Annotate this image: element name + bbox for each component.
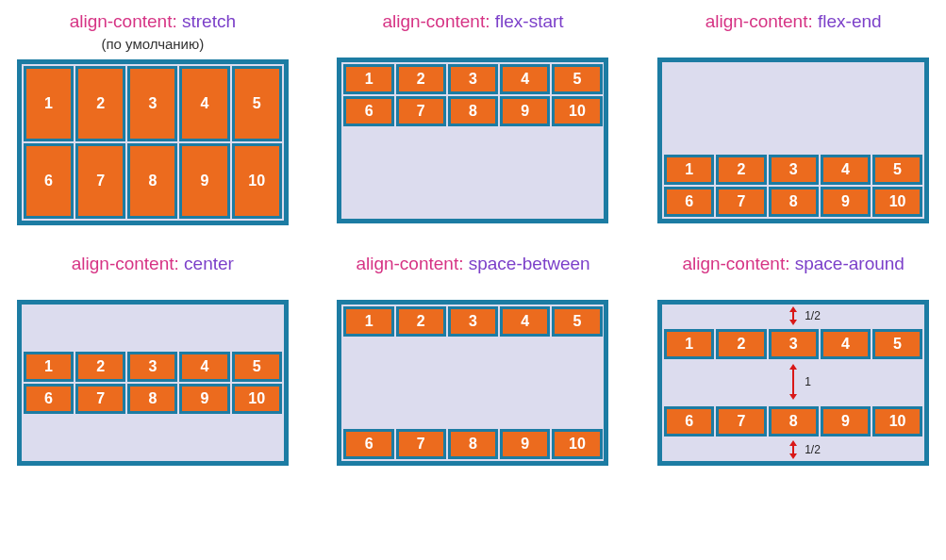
flex-item: 5: [232, 66, 282, 141]
title: align-content: stretch: [70, 11, 236, 32]
flex-item: 1: [24, 352, 74, 382]
flex-item: 6: [24, 384, 74, 414]
flex-item: 8: [448, 429, 498, 459]
flex-item: 7: [75, 143, 125, 219]
flex-item: 2: [396, 306, 446, 337]
flex-container: 1 2 3 4 5 6 7 8 9 10: [657, 58, 929, 223]
flex-item: 9: [179, 143, 229, 219]
property-value: space-between: [469, 254, 590, 273]
flex-item: 6: [664, 406, 714, 436]
example-stretch: align-content: stretch (по умолчанию) 1 …: [11, 11, 294, 225]
flex-item: 7: [716, 187, 766, 217]
flex-item: 7: [396, 429, 446, 459]
flex-item: 9: [821, 406, 871, 436]
flex-item: 1: [664, 155, 714, 185]
flex-container: 1 2 3 4 5 6 7 8 9 10: [337, 58, 608, 223]
flex-item: 8: [127, 143, 177, 219]
spacing-label: 1/2: [805, 309, 821, 322]
flex-item: 5: [552, 64, 602, 94]
property-value: center: [184, 254, 234, 273]
flex-item: 9: [821, 187, 871, 217]
default-note: (по умолчанию): [101, 36, 204, 52]
flex-item: 6: [664, 187, 714, 217]
title: align-content: flex-start: [382, 11, 563, 32]
property-name: align-content: [682, 254, 785, 273]
flex-item: 2: [75, 66, 125, 141]
spacing-arrow-top: 1/2: [788, 306, 799, 325]
spacing-arrow-bot: 1/2: [788, 440, 799, 459]
flex-item: 6: [24, 143, 74, 219]
title: align-content: space-between: [356, 254, 589, 274]
flex-item: 3: [769, 155, 819, 185]
flex-item: 2: [75, 352, 125, 382]
flex-container: 1 2 3 4 5 6 7 8 9 10 1/2 1 1/2: [657, 300, 929, 466]
property-name: align-content: [70, 11, 173, 31]
flex-container: 1 2 3 4 5 6 7 8 9 10: [17, 300, 289, 466]
flex-item: 4: [821, 329, 871, 359]
flex-item: 9: [179, 384, 229, 414]
flex-item: 7: [716, 406, 766, 436]
spacing-label: 1/2: [805, 443, 821, 456]
flex-item: 2: [716, 155, 766, 185]
flex-item: 9: [500, 96, 550, 126]
flex-item: 7: [75, 384, 125, 414]
flex-item: 8: [127, 384, 177, 414]
flex-item: 3: [448, 64, 498, 94]
flex-item: 3: [127, 352, 177, 382]
diagram-grid: align-content: stretch (по умолчанию) 1 …: [11, 11, 935, 466]
property-name: align-content: [382, 11, 485, 31]
flex-container: 1 2 3 4 5 6 7 8 9 10: [337, 300, 608, 466]
property-name: align-content: [705, 11, 808, 31]
flex-container: 1 2 3 4 5 6 7 8 9 10: [17, 59, 289, 225]
flex-item: 1: [343, 64, 393, 94]
spacing-label: 1: [805, 375, 811, 388]
flex-item: 10: [552, 96, 602, 126]
flex-item: 1: [343, 306, 393, 337]
flex-item: 3: [448, 306, 498, 337]
flex-item: 10: [872, 187, 922, 217]
flex-item: 6: [343, 96, 393, 126]
flex-item: 5: [872, 329, 922, 359]
flex-item: 5: [232, 352, 282, 382]
flex-item: 10: [232, 384, 282, 414]
flex-item: 7: [396, 96, 446, 126]
property-name: align-content: [72, 254, 174, 273]
property-value: space-around: [795, 254, 905, 273]
property-value: flex-end: [818, 11, 882, 31]
flex-item: 2: [716, 329, 766, 359]
flex-item: 4: [500, 306, 550, 337]
flex-item: 5: [552, 306, 602, 337]
title: align-content: flex-end: [705, 11, 882, 32]
flex-item: 10: [872, 406, 922, 436]
flex-item: 1: [664, 329, 714, 359]
flex-item: 10: [232, 143, 282, 219]
flex-item: 4: [821, 155, 871, 185]
flex-item: 8: [769, 406, 819, 436]
flex-item: 10: [552, 429, 602, 459]
example-space-around: align-content: space-around 1 2 3 4 5 6 …: [652, 254, 935, 466]
flex-item: 8: [769, 187, 819, 217]
spacing-arrow-mid: 1: [788, 364, 799, 400]
flex-item: 6: [343, 429, 393, 459]
flex-item: 5: [872, 155, 922, 185]
title: align-content: space-around: [682, 254, 905, 274]
flex-item: 3: [127, 66, 177, 141]
flex-item: 9: [500, 429, 550, 459]
flex-item: 4: [500, 64, 550, 94]
flex-item: 2: [396, 64, 446, 94]
property-value: stretch: [182, 11, 236, 31]
flex-item: 4: [179, 66, 229, 141]
property-name: align-content: [356, 254, 458, 273]
title: align-content: center: [72, 254, 234, 274]
flex-item: 8: [448, 96, 498, 126]
flex-item: 4: [179, 352, 229, 382]
flex-item: 1: [24, 66, 74, 141]
example-flex-end: align-content: flex-end 1 2 3 4 5 6 7 8 …: [652, 11, 935, 225]
example-flex-start: align-content: flex-start 1 2 3 4 5 6 7 …: [332, 11, 615, 225]
flex-item: 3: [769, 329, 819, 359]
example-center: align-content: center 1 2 3 4 5 6 7 8 9 …: [11, 254, 294, 466]
property-value: flex-start: [495, 11, 564, 31]
example-space-between: align-content: space-between 1 2 3 4 5 6…: [332, 254, 615, 466]
